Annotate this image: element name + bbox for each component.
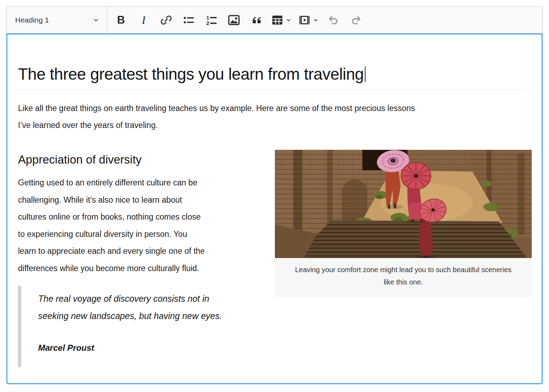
chevron-down-icon bbox=[285, 17, 292, 23]
insert-media-button[interactable] bbox=[296, 10, 321, 30]
document-title[interactable]: The three greatest things you learn from… bbox=[17, 35, 532, 90]
quote-author[interactable]: Marcel Proust bbox=[38, 343, 525, 353]
heading-dropdown[interactable]: Heading 1 bbox=[7, 7, 107, 33]
bold-button[interactable]: B bbox=[111, 10, 131, 30]
content-image-figure[interactable]: Leaving your comfort zone might lead you… bbox=[275, 150, 532, 298]
text-cursor bbox=[365, 66, 366, 82]
image-icon bbox=[228, 14, 240, 26]
undo-button[interactable] bbox=[323, 10, 344, 30]
travel-photo-image bbox=[275, 150, 532, 258]
toolbar-buttons: B I bbox=[107, 7, 367, 33]
media-embed-icon bbox=[298, 14, 311, 26]
numbered-list-button[interactable]: 1 2 bbox=[201, 10, 222, 30]
table-icon bbox=[271, 14, 284, 26]
editor-content-area[interactable]: The three greatest things you learn from… bbox=[6, 33, 543, 384]
document-title-text: The three greatest things you learn from… bbox=[18, 65, 364, 83]
svg-text:1: 1 bbox=[206, 15, 209, 20]
bold-icon: B bbox=[117, 14, 125, 25]
rich-text-editor: Heading 1 B I bbox=[6, 6, 543, 384]
block-quote[interactable]: The real voyage of discovery consists no… bbox=[18, 286, 532, 367]
insert-table-button[interactable] bbox=[269, 10, 294, 30]
insert-image-button[interactable] bbox=[224, 10, 244, 30]
heading-dropdown-label: Heading 1 bbox=[15, 16, 49, 24]
redo-button[interactable] bbox=[346, 10, 366, 30]
bulleted-list-icon bbox=[183, 14, 195, 26]
chevron-down-icon bbox=[313, 17, 319, 23]
undo-icon bbox=[327, 14, 339, 26]
intro-paragraph[interactable]: Like all the great things on earth trave… bbox=[18, 100, 532, 134]
editor-toolbar: Heading 1 B I bbox=[6, 6, 543, 33]
block-quote-button[interactable] bbox=[246, 10, 267, 30]
link-icon bbox=[160, 14, 172, 26]
italic-button[interactable]: I bbox=[133, 10, 154, 30]
italic-icon: I bbox=[142, 14, 146, 26]
svg-text:2: 2 bbox=[206, 20, 209, 26]
block-quote-icon bbox=[251, 14, 263, 26]
chevron-down-icon bbox=[92, 17, 99, 24]
link-button[interactable] bbox=[156, 10, 176, 30]
numbered-list-icon: 1 2 bbox=[205, 14, 217, 26]
bulleted-list-button[interactable] bbox=[179, 10, 199, 30]
image-caption[interactable]: Leaving your comfort zone might lead you… bbox=[275, 258, 532, 298]
redo-icon bbox=[350, 14, 362, 26]
